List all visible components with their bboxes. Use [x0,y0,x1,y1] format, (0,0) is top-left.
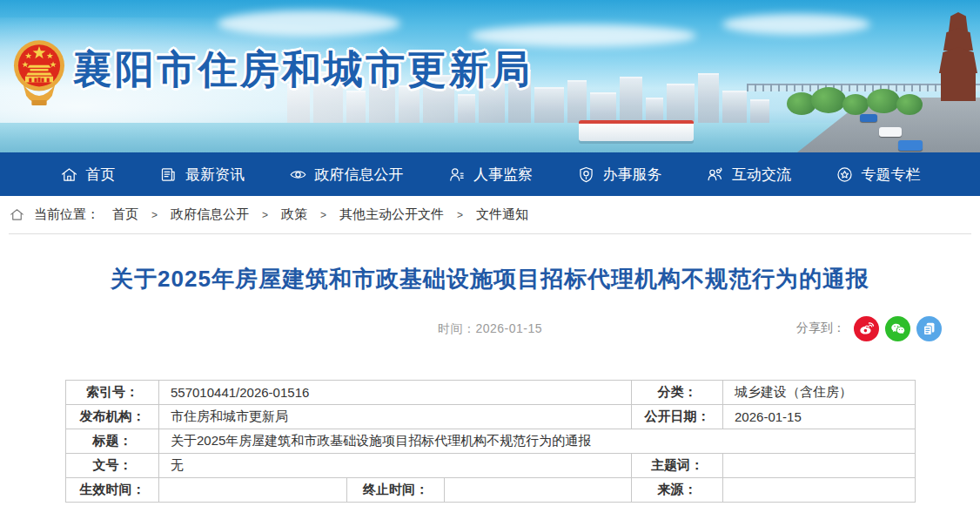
pier-boat-graphic [579,120,694,141]
share-bar: 分享到： [796,315,942,341]
table-row: 标题： 关于2025年房屋建筑和市政基础设施项目招标代理机构不规范行为的通报 [66,429,916,454]
weibo-share-icon[interactable] [854,316,879,341]
end-date-label: 终止时间： [347,478,445,503]
chat-people-icon [706,165,724,184]
breadcrumb-separator: > [262,209,268,221]
breadcrumb-label: 当前位置： [34,206,99,223]
category-label: 分类： [632,381,723,405]
nav-item-interaction[interactable]: 互动交流 [706,165,791,185]
document-info-table: 索引号： 557010441/2026-01516 分类： 城乡建设（含住房） … [65,380,916,503]
table-row: 发布机构： 市住房和城市更新局 公开日期： 2026-01-15 [66,405,916,429]
end-date-value [445,478,632,503]
breadcrumb-separator: > [457,209,463,221]
nav-item-gov-info[interactable]: 政府信息公开 [289,165,404,185]
article-meta: 时间：2026-01-15 分享到： [0,315,980,341]
breadcrumb-link-notices[interactable]: 文件通知 [476,206,528,223]
category-value: 城乡建设（含住房） [723,381,916,405]
publish-date-label: 公开日期： [632,405,723,429]
nav-item-label: 最新资讯 [185,165,245,185]
publish-date-value: 2026-01-15 [723,405,916,429]
nav-item-personnel[interactable]: 人事监察 [447,165,533,185]
index-number-label: 索引号： [66,381,159,405]
nav-item-home[interactable]: 首页 [60,165,116,185]
time-value: 2026-01-15 [475,321,542,335]
nav-item-label: 互动交流 [732,165,791,185]
doc-title-value: 关于2025年房屋建筑和市政基础设施项目招标代理机构不规范行为的通报 [159,429,916,454]
time-label: 时间： [438,321,476,335]
breadcrumb-link-policy[interactable]: 政策 [281,206,307,223]
effective-date-label: 生效时间： [66,478,159,503]
trees-graphic [787,87,935,117]
shield-icon [577,165,595,184]
doc-title-label: 标题： [66,429,159,454]
share-label: 分享到： [796,321,845,336]
home-icon [9,206,25,223]
doc-number-value: 无 [159,454,632,478]
national-emblem-icon [12,37,66,113]
site-title: 襄阳市住房和城市更新局 [73,44,533,96]
main-navigation: 首页 最新资讯 政府信息公开 人事监察 办事服务 互动交流 专题专栏 [0,152,980,196]
breadcrumb-link-gov-info[interactable]: 政府信息公开 [171,206,249,223]
cloud-graphic [218,10,400,37]
nav-item-label: 政府信息公开 [315,165,404,185]
car-graphic [898,140,923,151]
table-row: 索引号： 557010441/2026-01516 分类： 城乡建设（含住房） [66,381,916,405]
breadcrumb-link-other-docs[interactable]: 其他主动公开文件 [339,206,444,223]
source-value [723,478,916,503]
nav-item-label: 首页 [86,165,116,185]
car-graphic [860,114,877,122]
keywords-value [723,454,916,478]
breadcrumb: 当前位置： 首页 > 政府信息公开 > 政策 > 其他主动公开文件 > 文件通知 [9,196,971,234]
article-title: 关于2025年房屋建筑和市政基础设施项目招标代理机构不规范行为的通报 [52,264,928,294]
breadcrumb-link-home[interactable]: 首页 [112,206,138,223]
keywords-label: 主题词： [632,454,723,478]
doc-number-label: 文号： [66,454,159,478]
copy-link-share-icon[interactable] [916,316,942,341]
nav-item-label: 办事服务 [603,165,662,185]
table-row: 生效时间： 终止时间： 来源： [66,478,916,503]
nav-item-label: 专题专栏 [862,165,921,185]
nav-item-news[interactable]: 最新资讯 [159,165,245,185]
table-row: 文号： 无 主题词： [66,454,916,478]
banner-photo: 襄阳市住房和城市更新局 [0,0,980,152]
agency-label: 发布机构： [66,405,159,429]
source-label: 来源： [632,478,723,503]
agency-value: 市住房和城市更新局 [159,405,632,429]
nav-item-special-topics[interactable]: 专题专栏 [836,165,921,185]
nav-item-label: 人事监察 [473,165,533,185]
news-icon [159,165,178,184]
breadcrumb-separator: > [320,209,326,221]
car-graphic [879,127,902,137]
pagoda-tower-graphic [938,12,978,101]
wechat-share-icon[interactable] [885,316,910,341]
cloud-graphic [722,14,870,35]
nav-item-services[interactable]: 办事服务 [577,165,662,185]
person-icon [447,165,466,184]
index-number-value: 557010441/2026-01516 [159,381,632,405]
star-circle-icon [836,165,854,184]
effective-date-value [159,478,347,503]
home-icon [60,165,78,184]
breadcrumb-separator: > [151,209,158,221]
eye-icon [289,165,307,184]
